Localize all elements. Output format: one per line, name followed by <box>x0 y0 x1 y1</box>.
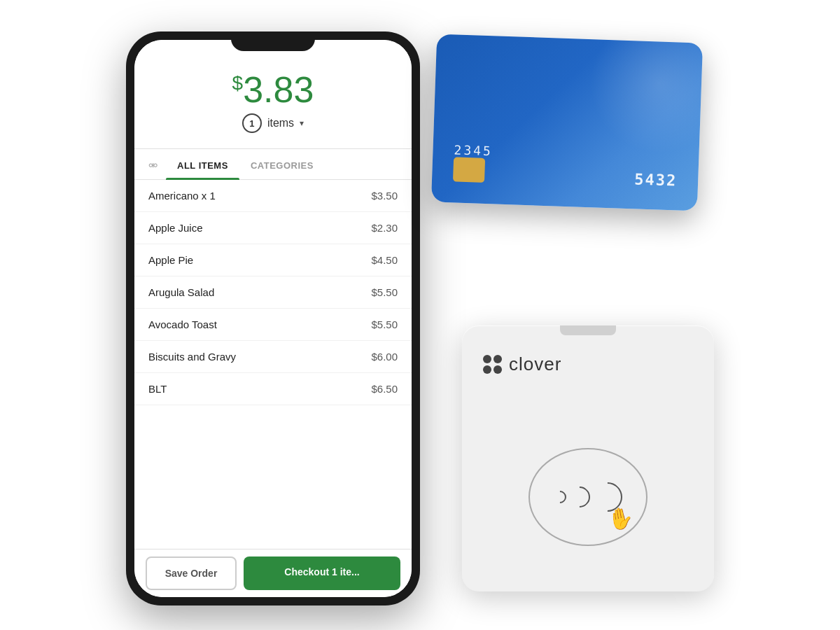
item-name: Apple Pie <box>148 254 193 266</box>
tab-categories[interactable]: CATEGORIES <box>239 152 325 179</box>
price-header: $3.83 1 items ▾ <box>134 40 412 146</box>
save-order-button[interactable]: Save Order <box>146 556 237 590</box>
list-item[interactable]: Biscuits and Gravy $6.00 <box>134 341 412 373</box>
tab-all-items[interactable]: ALL ITEMS <box>166 152 239 179</box>
list-item[interactable]: BLT $6.50 <box>134 373 412 405</box>
nfc-wave-small <box>551 488 568 505</box>
list-item[interactable]: Apple Pie $4.50 <box>134 244 412 276</box>
card-chip <box>453 157 485 183</box>
item-name: Apple Juice <box>148 222 203 234</box>
clover-logo: clover <box>483 354 561 375</box>
item-price: $3.50 <box>371 190 398 202</box>
items-label: items <box>267 117 294 130</box>
divider <box>134 148 412 149</box>
item-price: $4.50 <box>371 254 398 266</box>
nfc-oval: ✋ <box>528 448 648 546</box>
phone-inner: $3.83 1 items ▾ ⚮ ALL ITEMS CATEGORIES <box>134 40 412 597</box>
clover-dots-icon <box>483 355 502 374</box>
card-slot <box>560 326 616 335</box>
currency-symbol: $ <box>232 72 244 94</box>
item-price: $6.00 <box>371 351 398 363</box>
nfc-wave-medium <box>565 482 594 512</box>
list-item[interactable]: Apple Juice $2.30 <box>134 212 412 244</box>
clover-dot <box>493 365 502 374</box>
item-name: Biscuits and Gravy <box>148 351 236 363</box>
item-price: $2.30 <box>371 222 398 234</box>
items-count-circle: 1 <box>242 113 262 133</box>
chevron-down-icon: ▾ <box>300 118 304 128</box>
item-name: Americano x 1 <box>148 190 216 202</box>
item-name: Avocado Toast <box>148 318 217 330</box>
list-item[interactable]: Arugula Salad $5.50 <box>134 276 412 309</box>
card-shine <box>587 34 703 156</box>
phone: $3.83 1 items ▾ ⚮ ALL ITEMS CATEGORIES <box>126 31 420 606</box>
card-number-bottom: 5432 <box>634 170 678 189</box>
scene: $3.83 1 items ▾ ⚮ ALL ITEMS CATEGORIES <box>105 18 735 612</box>
card-number-top: 2345 <box>454 142 493 158</box>
phone-screen: $3.83 1 items ▾ ⚮ ALL ITEMS CATEGORIES <box>134 40 412 597</box>
price-display: $3.83 <box>148 71 398 108</box>
search-icon[interactable]: ⚮ <box>146 152 160 179</box>
credit-card: 2345 5432 <box>431 34 703 211</box>
item-name: BLT <box>148 383 167 395</box>
list-item[interactable]: Avocado Toast $5.50 <box>134 309 412 341</box>
item-name: Arugula Salad <box>148 286 214 298</box>
phone-notch <box>231 31 315 51</box>
item-price: $5.50 <box>371 318 398 330</box>
clover-brand-name: clover <box>509 354 561 375</box>
nfc-hand-icon: ✋ <box>606 504 636 533</box>
item-price: $6.50 <box>371 383 398 395</box>
list-item[interactable]: Americano x 1 $3.50 <box>134 180 412 212</box>
checkout-button[interactable]: Checkout 1 ite... <box>244 556 400 590</box>
clover-dot <box>483 365 491 374</box>
tabs-row: ⚮ ALL ITEMS CATEGORIES <box>134 152 412 180</box>
nfc-area: ✋ <box>525 444 651 550</box>
items-badge-row[interactable]: 1 items ▾ <box>148 113 398 133</box>
card-reader: clover ✋ <box>462 326 714 592</box>
clover-dot <box>483 355 491 363</box>
bottom-bar: Save Order Checkout 1 ite... <box>134 549 412 597</box>
items-list: Americano x 1 $3.50 Apple Juice $2.30 Ap… <box>134 180 412 549</box>
item-price: $5.50 <box>371 286 398 298</box>
clover-dot <box>493 355 502 363</box>
